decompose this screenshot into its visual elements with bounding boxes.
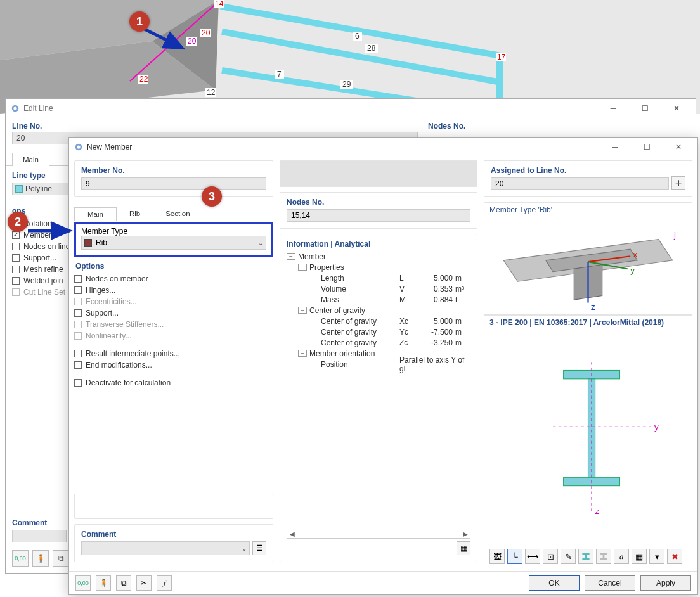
close-button[interactable]: ✕ — [664, 138, 692, 156]
nodes-no-label: Nodes No. — [428, 122, 689, 131]
minimize-button[interactable]: ─ — [601, 138, 629, 156]
tool-ibeam-icon[interactable] — [578, 549, 593, 564]
member-type-preview: Member Type 'Rib' x y z j — [484, 202, 692, 315]
edit-line-title: Edit Line — [23, 104, 53, 113]
rib-color-swatch — [84, 239, 92, 247]
units-button[interactable]: 0,00 — [75, 575, 91, 591]
member-type-select[interactable]: Rib ⌄ — [81, 236, 266, 250]
edit-line-titlebar[interactable]: Edit Line ─ ☐ ✕ — [6, 99, 696, 118]
comment-field[interactable]: ⌄ — [81, 541, 250, 555]
svg-line-28 — [145, 29, 183, 48]
member-type-value: Rib — [96, 238, 107, 247]
delete-layer-button[interactable]: ✂ — [136, 575, 152, 591]
svg-point-33 — [77, 145, 80, 148]
nodes-no-label: Nodes No. — [287, 198, 470, 207]
maximize-button[interactable]: ☐ — [633, 138, 661, 156]
layers-button[interactable]: ⧉ — [116, 575, 131, 591]
tab-main[interactable]: Main — [12, 153, 49, 166]
svg-text:6: 6 — [355, 32, 360, 41]
comment-more-button[interactable]: ☰ — [252, 541, 266, 555]
info-table-button[interactable]: ▦ — [457, 541, 470, 555]
svg-text:x: x — [633, 250, 638, 259]
info-tree[interactable]: −Member −Properties LengthL5.000m Volume… — [287, 251, 470, 369]
itab-rib[interactable]: Rib — [117, 207, 153, 221]
svg-text:28: 28 — [367, 44, 376, 53]
info-h-scrollbar[interactable]: ◀▶ — [287, 529, 470, 539]
tool-axes-icon[interactable]: └ — [507, 549, 522, 564]
opt-result-intermediate[interactable]: Result intermediate points... — [74, 348, 273, 359]
member-options: Nodes on member Hinges... Eccentricities… — [74, 273, 273, 388]
assigned-field[interactable]: 20 — [491, 177, 669, 190]
svg-text:17: 17 — [497, 53, 506, 61]
polyline-icon — [15, 185, 23, 193]
tool-labels-icon[interactable]: 𝑎 — [614, 549, 629, 564]
tool-person-icon[interactable]: 🧍 — [32, 550, 49, 567]
options-label: Options — [75, 262, 273, 271]
svg-text:7: 7 — [277, 70, 282, 79]
comment-group: Comment ⌄ ☰ — [74, 524, 273, 562]
pick-line-button[interactable]: ✛ — [671, 176, 685, 190]
tool-layers-icon[interactable]: ⧉ — [53, 550, 69, 567]
cancel-button[interactable]: Cancel — [585, 575, 635, 591]
svg-rect-53 — [582, 558, 589, 560]
ok-button[interactable]: OK — [529, 575, 580, 591]
person-button[interactable]: 🧍 — [96, 575, 111, 591]
member-type-highlight: Member Type Rib ⌄ — [74, 222, 273, 257]
opt-nodes-on-member[interactable]: Nodes on member — [74, 273, 273, 285]
svg-rect-55 — [603, 555, 605, 558]
preview-title: Member Type 'Rib' — [489, 205, 687, 214]
svg-text:22: 22 — [139, 75, 148, 84]
member-no-group: Member No. 9 — [74, 160, 273, 197]
new-member-titlebar[interactable]: New Member ─ ☐ ✕ — [69, 138, 697, 157]
svg-point-30 — [13, 106, 16, 110]
new-member-window: New Member ─ ☐ ✕ Member No. 9 Main Rib S… — [68, 137, 698, 595]
opt-nonlinearity: Nonlinearity... — [74, 330, 273, 342]
minimize-button[interactable]: ─ — [599, 100, 627, 117]
comment-label: Comment — [81, 530, 266, 539]
itab-section[interactable]: Section — [153, 207, 202, 221]
tool-points-icon[interactable]: ⊡ — [543, 549, 558, 564]
chevron-down-icon: ⌄ — [242, 545, 247, 552]
nodes-no-field[interactable]: 15,14 — [287, 209, 470, 222]
itab-main[interactable]: Main — [74, 207, 117, 221]
member-no-field[interactable]: 9 — [81, 177, 266, 190]
opt-hinges[interactable]: Hinges... — [74, 285, 273, 296]
tool-ibeam-gray-icon[interactable] — [596, 549, 611, 564]
opt-end-modifications[interactable]: End modifications... — [74, 359, 273, 371]
model-viewport[interactable]: 14 20 20 22 12 17 6 28 7 29 — [0, 0, 700, 114]
line-no-label: Line No. — [12, 122, 418, 131]
section-toolbar: 🖼 └ ⟷ ⊡ ✎ 𝑎 ▦ ▾ ✖ — [489, 549, 687, 564]
colA-empty-group — [74, 494, 273, 519]
opt-eccentricities: Eccentricities... — [74, 296, 273, 307]
line-type-value: Polyline — [25, 184, 52, 193]
tool-delete-icon[interactable]: ✖ — [667, 549, 682, 564]
opt-transverse: Transverse Stiffeners... — [74, 319, 273, 330]
edit-line-comment-field[interactable] — [12, 530, 67, 542]
svg-text:y: y — [654, 422, 659, 432]
svg-rect-45 — [588, 379, 595, 478]
new-member-footer: 0,00 🧍 ⧉ ✂ 𝑓 OK Cancel Apply — [69, 571, 697, 594]
member-type-label: Member Type — [81, 227, 266, 236]
callout-3: 3 — [202, 186, 222, 207]
app-icon — [11, 104, 20, 113]
chevron-down-icon: ⌄ — [258, 240, 263, 247]
maximize-button[interactable]: ☐ — [631, 100, 659, 117]
assigned-group: Assigned to Line No. 20 ✛ — [484, 160, 692, 197]
edit-line-comment-label: Comment — [12, 518, 69, 527]
tool-view-icon[interactable]: 🖼 — [489, 549, 505, 564]
information-analytical-group: Information | Analytical −Member −Proper… — [280, 234, 477, 562]
tool-units-icon[interactable]: 0,00 — [12, 550, 29, 567]
svg-text:z: z — [595, 506, 600, 516]
tool-dropdown-icon[interactable]: ▾ — [649, 549, 664, 564]
tool-dims-icon[interactable]: ⟷ — [525, 549, 540, 564]
opt-support[interactable]: Support... — [74, 307, 273, 319]
function-button[interactable]: 𝑓 — [157, 575, 172, 591]
apply-button[interactable]: Apply — [640, 575, 691, 591]
tool-edit-icon[interactable]: ✎ — [561, 549, 576, 564]
member-inner-tabs: Main Rib Section — [74, 207, 273, 221]
close-button[interactable]: ✕ — [663, 100, 690, 117]
svg-text:j: j — [673, 230, 676, 240]
tool-grid-icon[interactable]: ▦ — [632, 549, 647, 564]
opt-deactivate[interactable]: Deactivate for calculation — [74, 377, 273, 388]
svg-rect-56 — [600, 558, 607, 560]
